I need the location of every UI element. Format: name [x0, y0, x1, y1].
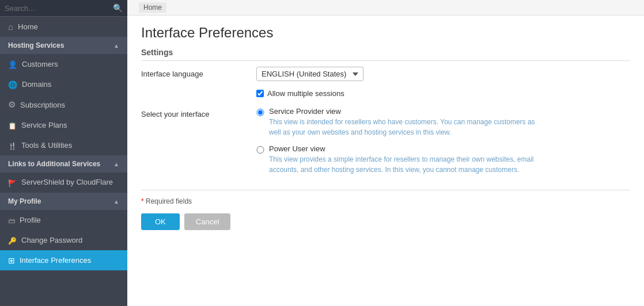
- interface-language-row: Interface language ENGLISH (United State…: [141, 67, 630, 81]
- sidebar-section-links[interactable]: Links to Additional Services ▲: [0, 155, 127, 173]
- sidebar-section-hosting[interactable]: Hosting Services ▲: [0, 37, 127, 54]
- service-provider-desc: This view is intended for resellers who …: [269, 117, 545, 137]
- sidebar-item-home-label: Home: [18, 22, 38, 31]
- language-select[interactable]: ENGLISH (United States): [256, 67, 363, 81]
- links-label: Links to Additional Services: [8, 160, 100, 168]
- power-user-label[interactable]: Power User view This view provides a sim…: [256, 144, 630, 175]
- breadcrumb-home-link[interactable]: Home: [139, 2, 166, 13]
- profile-label: Profile: [20, 216, 41, 224]
- content-area: Interface Preferences Settings Interface…: [127, 16, 644, 306]
- chevron-up-icon-2: ▲: [113, 161, 119, 167]
- sidebar: 🔍 Home Hosting Services ▲ Customers Doma…: [0, 0, 127, 306]
- power-user-desc: This view provides a simple interface fo…: [269, 154, 545, 175]
- power-user-radio[interactable]: [256, 146, 264, 154]
- service-provider-option: Service Provider view This view is inten…: [256, 107, 630, 137]
- grid-icon: [8, 255, 15, 265]
- interface-language-field: ENGLISH (United States): [256, 67, 630, 81]
- power-user-title: Power User view: [269, 144, 545, 153]
- service-provider-text: Service Provider view This view is inten…: [269, 107, 545, 137]
- select-interface-label: Select your interface: [141, 107, 256, 118]
- customers-label: Customers: [22, 60, 58, 68]
- breadcrumb: Home: [127, 0, 644, 16]
- select-interface-row: Select your interface Service Provider v…: [141, 107, 630, 182]
- chevron-up-icon: ▲: [113, 43, 119, 49]
- ok-button[interactable]: OK: [141, 213, 180, 230]
- servershield-label: ServerShield by CloudFlare: [21, 178, 113, 188]
- sidebar-item-interface-preferences[interactable]: Interface Preferences: [0, 250, 127, 270]
- select-interface-options: Service Provider view This view is inten…: [256, 107, 630, 182]
- sidebar-item-tools[interactable]: Tools & Utilities: [0, 135, 127, 155]
- action-buttons: OK Cancel: [141, 213, 630, 230]
- sidebar-section-profile[interactable]: My Profile ▲: [0, 193, 127, 210]
- sidebar-item-servershield[interactable]: ServerShield by CloudFlare: [0, 173, 127, 193]
- customers-icon: [8, 59, 17, 69]
- power-user-text: Power User view This view provides a sim…: [269, 144, 545, 175]
- chevron-up-icon-3: ▲: [113, 198, 119, 205]
- sidebar-item-profile[interactable]: Profile: [0, 210, 127, 230]
- interface-language-label: Interface language: [141, 67, 256, 78]
- service-provider-label[interactable]: Service Provider view This view is inten…: [256, 107, 630, 137]
- service-provider-title: Service Provider view: [269, 107, 545, 116]
- home-icon: [8, 22, 13, 32]
- required-asterisk: *: [141, 197, 146, 205]
- search-icon[interactable]: 🔍: [113, 3, 123, 13]
- multiple-sessions-label[interactable]: Allow multiple sessions: [267, 89, 344, 98]
- interface-preferences-label: Interface Preferences: [20, 256, 91, 265]
- search-bar: 🔍: [0, 0, 127, 17]
- settings-section-title: Settings: [141, 48, 630, 61]
- subscriptions-icon: [8, 100, 16, 110]
- sidebar-item-home[interactable]: Home: [0, 17, 127, 37]
- required-fields-row: * Required fields: [141, 190, 630, 205]
- profile-icon: [8, 215, 15, 225]
- sidebar-item-service-plans[interactable]: Service Plans: [0, 115, 127, 135]
- search-input[interactable]: [5, 4, 113, 13]
- multiple-sessions-checkbox[interactable]: [256, 90, 264, 97]
- my-profile-label: My Profile: [8, 197, 41, 205]
- sidebar-item-subscriptions[interactable]: Subscriptions: [0, 94, 127, 115]
- sidebar-item-domains[interactable]: Domains: [0, 74, 127, 94]
- main-content: Home Interface Preferences Settings Inte…: [127, 0, 644, 306]
- key-icon: [8, 235, 17, 245]
- service-provider-radio[interactable]: [256, 109, 264, 116]
- hosting-services-label: Hosting Services: [8, 41, 64, 49]
- service-plans-icon: [8, 120, 17, 130]
- cancel-button[interactable]: Cancel: [184, 213, 230, 230]
- service-plans-label: Service Plans: [21, 121, 67, 129]
- sidebar-item-customers[interactable]: Customers: [0, 54, 127, 74]
- sidebar-item-change-password[interactable]: Change Password: [0, 230, 127, 250]
- tools-label: Tools & Utilities: [21, 141, 72, 150]
- change-password-label: Change Password: [21, 236, 82, 244]
- page-title: Interface Preferences: [141, 25, 630, 41]
- domains-label: Domains: [22, 80, 51, 89]
- required-fields-label: Required fields: [146, 197, 192, 205]
- power-user-option: Power User view This view provides a sim…: [256, 144, 630, 175]
- allow-sessions-row: Allow multiple sessions: [141, 89, 630, 98]
- domains-icon: [8, 79, 17, 89]
- servershield-icon: [8, 178, 17, 188]
- subscriptions-label: Subscriptions: [20, 101, 65, 109]
- tools-icon: [8, 140, 17, 150]
